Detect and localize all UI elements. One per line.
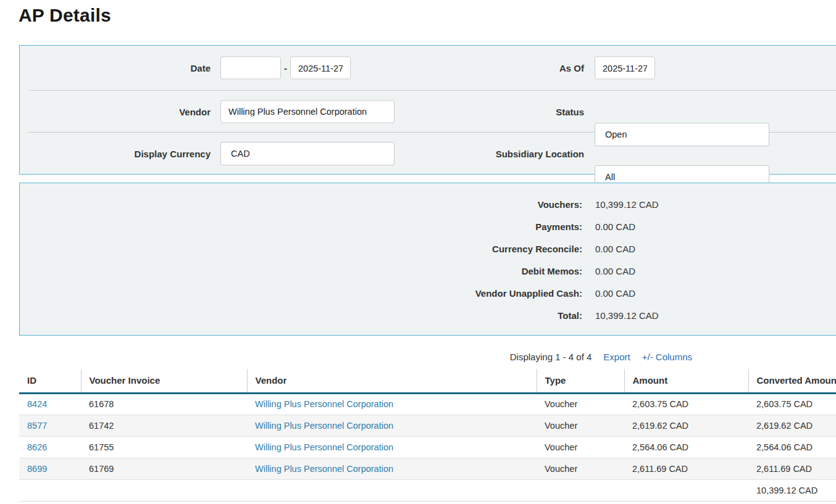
vendor-link[interactable]: Willing Plus Personnel Corporation (255, 442, 393, 452)
vendor-label: Vendor (38, 106, 211, 117)
vendor-link[interactable]: Willing Plus Personnel Corporation (255, 421, 393, 431)
summary-row-debit-memos: Debit Memos: 0.00 CAD (20, 260, 836, 282)
column-header-id[interactable]: ID (19, 369, 81, 393)
columns-toggle-link[interactable]: +/- Columns (642, 352, 692, 362)
export-link[interactable]: Export (603, 352, 630, 362)
as-of-field (595, 57, 655, 80)
date-to-input[interactable] (290, 57, 351, 80)
table-row: 8424 61678 Willing Plus Personnel Corpor… (19, 393, 836, 415)
table-row: 8577 61742 Willing Plus Personnel Corpor… (19, 415, 836, 436)
ap-details-page: AP Details Date - As Of Vendor (0, 0, 836, 504)
summary-body: Vouchers: 10,399.12 CAD Payments: 0.00 C… (20, 183, 836, 326)
page-title: AP Details (19, 5, 111, 26)
filter-row-date: Date - As Of (20, 46, 836, 90)
cell-converted-amount: 2,611.69 CAD (748, 458, 836, 479)
cell-converted-amount: 2,603.75 CAD (748, 393, 836, 415)
cell-type: Voucher (537, 393, 624, 415)
summary-row-vouchers: Vouchers: 10,399.12 CAD (20, 193, 836, 215)
summary-row-total: Total: 10,399.12 CAD (20, 304, 836, 326)
cell-amount: 2,603.75 CAD (624, 393, 748, 415)
table-footer-row: 10,399.12 CAD (19, 479, 836, 501)
table-row: 8699 61769 Willing Plus Personnel Corpor… (19, 458, 836, 479)
column-header-converted-amount[interactable]: Converted Amount (748, 369, 836, 393)
column-header-amount[interactable]: Amount (624, 369, 748, 393)
ap-table: ID Voucher Invoice Vendor Type Amount Co… (19, 369, 836, 502)
date-range-separator: - (284, 63, 287, 73)
cell-voucher-invoice: 61678 (81, 393, 247, 415)
summary-panel: Vouchers: 10,399.12 CAD Payments: 0.00 C… (19, 183, 836, 336)
cell-amount: 2,564.06 CAD (624, 436, 748, 458)
summary-row-currency-reconcile: Currency Reconcile: 0.00 CAD (20, 238, 836, 260)
footer-converted-amount-total: 10,399.12 CAD (748, 479, 836, 501)
table-body: 8424 61678 Willing Plus Personnel Corpor… (19, 393, 836, 479)
cell-amount: 2,611.69 CAD (624, 458, 748, 479)
column-header-vendor[interactable]: Vendor (247, 369, 537, 393)
vendor-link[interactable]: Willing Plus Personnel Corporation (255, 464, 393, 474)
status-label: Status (411, 106, 584, 117)
vendor-input[interactable] (220, 100, 395, 123)
date-from-input[interactable] (220, 57, 281, 80)
summary-label: Total: (20, 310, 582, 321)
summary-value: 0.00 CAD (595, 288, 635, 299)
vendor-link[interactable]: Willing Plus Personnel Corporation (255, 399, 393, 409)
cell-type: Voucher (537, 415, 624, 436)
cell-type: Voucher (537, 436, 624, 458)
table-toolbar: Displaying 1 - 4 of 4 Export +/- Columns (510, 349, 692, 364)
cell-converted-amount: 2,619.62 CAD (748, 415, 836, 436)
summary-row-payments: Payments: 0.00 CAD (20, 215, 836, 238)
display-currency-label: Display Currency (38, 148, 211, 159)
table-header-row: ID Voucher Invoice Vendor Type Amount Co… (19, 369, 836, 393)
cell-amount: 2,619.62 CAD (624, 415, 748, 436)
filter-row-currency: Display Currency CAD Subsidiary Location… (20, 133, 836, 174)
filter-panel: Date - As Of Vendor (19, 45, 836, 175)
cell-converted-amount: 2,564.06 CAD (748, 436, 836, 458)
summary-row-vendor-unapplied-cash: Vendor Unapplied Cash: 0.00 CAD (20, 282, 836, 304)
summary-label: Debit Memos: (20, 266, 582, 276)
voucher-id-link[interactable]: 8699 (27, 464, 47, 474)
filter-row-vendor: Vendor Status Open (20, 91, 836, 132)
summary-value: 0.00 CAD (595, 266, 635, 276)
ap-table-container: ID Voucher Invoice Vendor Type Amount Co… (19, 369, 836, 502)
summary-label: Vouchers: (20, 199, 582, 210)
subsidiary-location-label: Subsidiary Location (411, 148, 584, 159)
table-row: 8626 61755 Willing Plus Personnel Corpor… (19, 436, 836, 458)
cell-voucher-invoice: 61755 (81, 436, 247, 458)
voucher-id-link[interactable]: 8626 (27, 442, 47, 452)
cell-voucher-invoice: 61769 (81, 458, 247, 479)
date-label: Date (38, 63, 211, 73)
column-header-type[interactable]: Type (537, 369, 624, 393)
date-range-fields: - (220, 57, 351, 80)
summary-label: Payments: (20, 221, 582, 232)
cell-voucher-invoice: 61742 (81, 415, 247, 436)
as-of-label: As Of (411, 63, 584, 73)
summary-value: 10,399.12 CAD (595, 199, 659, 210)
as-of-input[interactable] (595, 57, 655, 80)
summary-label: Vendor Unapplied Cash: (20, 288, 582, 299)
summary-value: 0.00 CAD (595, 244, 635, 254)
displaying-count: Displaying 1 - 4 of 4 (510, 352, 592, 362)
summary-value: 10,399.12 CAD (595, 310, 659, 321)
cell-type: Voucher (537, 458, 624, 479)
voucher-id-link[interactable]: 8424 (27, 399, 47, 409)
display-currency-select[interactable]: CAD (220, 142, 395, 165)
summary-value: 0.00 CAD (595, 221, 635, 232)
voucher-id-link[interactable]: 8577 (27, 421, 47, 431)
summary-label: Currency Reconcile: (20, 244, 582, 254)
column-header-voucher-invoice[interactable]: Voucher Invoice (81, 369, 247, 393)
